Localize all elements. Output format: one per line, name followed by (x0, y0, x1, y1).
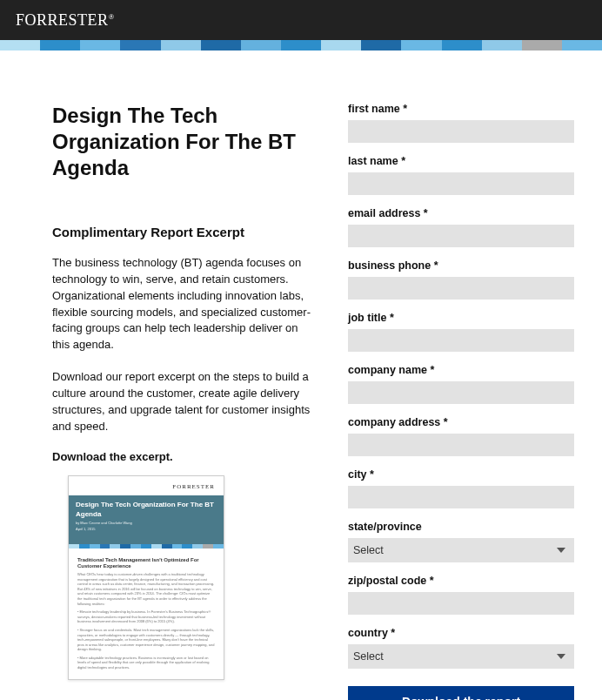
report-thumbnail: FORRESTER Design The Tech Organization F… (68, 475, 224, 680)
thumb-brand: FORRESTER (77, 483, 215, 490)
phone-input[interactable] (348, 277, 574, 300)
page-subtitle: Complimentary Report Excerpt (52, 225, 311, 239)
state-label: state/province (348, 521, 574, 533)
brand-text: FORRESTER (16, 11, 109, 29)
submit-button[interactable]: Download the report (348, 686, 574, 700)
thumb-byline: by Marc Cecere and Charlotte Wang (76, 521, 217, 525)
thumb-stripe (69, 544, 224, 549)
form-column: first name * last name * email address *… (348, 103, 574, 700)
job-title-label: job title * (348, 312, 574, 324)
last-name-label: last name * (348, 155, 574, 167)
job-title-input[interactable] (348, 329, 574, 352)
main-content: Design The Tech Organization For The BT … (0, 50, 602, 700)
thumb-date: April 1, 2015 (76, 527, 217, 531)
header-bar: FORRESTER® (0, 0, 602, 40)
email-label: email address * (348, 207, 574, 219)
brand-logo: FORRESTER® (16, 11, 115, 30)
city-label: city * (348, 468, 574, 481)
intro-paragraph-1: The business technology (BT) agenda focu… (52, 255, 311, 353)
last-name-input[interactable] (348, 172, 574, 195)
first-name-input[interactable] (348, 120, 574, 143)
intro-paragraph-2: Download our report excerpt on the steps… (52, 369, 311, 434)
thumb-title-block: Design The Tech Organization For The BT … (69, 495, 224, 543)
country-label: country * (348, 627, 574, 639)
country-select[interactable]: Select (348, 644, 574, 669)
thumb-title: Design The Tech Organization For The BT … (76, 501, 217, 519)
zip-label: zip/postal code * (348, 575, 574, 587)
state-select[interactable]: Select (348, 538, 574, 562)
company-address-label: company address * (348, 416, 574, 428)
company-address-input[interactable] (348, 434, 574, 456)
thumb-section-heading: Traditional Tech Management Isn't Optimi… (77, 557, 215, 569)
thumb-body-text: What CEOs hear today is customer-driven … (77, 572, 215, 670)
company-name-label: company name * (348, 364, 574, 376)
phone-label: business phone * (348, 259, 574, 272)
first-name-label: first name * (348, 103, 574, 115)
company-name-input[interactable] (348, 381, 574, 404)
email-input[interactable] (348, 225, 574, 247)
decorative-stripe (0, 40, 602, 50)
download-prompt: Download the excerpt. (52, 450, 311, 463)
city-input[interactable] (348, 486, 574, 508)
page-title: Design The Tech Organization For The BT … (52, 103, 311, 181)
left-column: Design The Tech Organization For The BT … (52, 103, 311, 700)
zip-input[interactable] (348, 592, 574, 615)
